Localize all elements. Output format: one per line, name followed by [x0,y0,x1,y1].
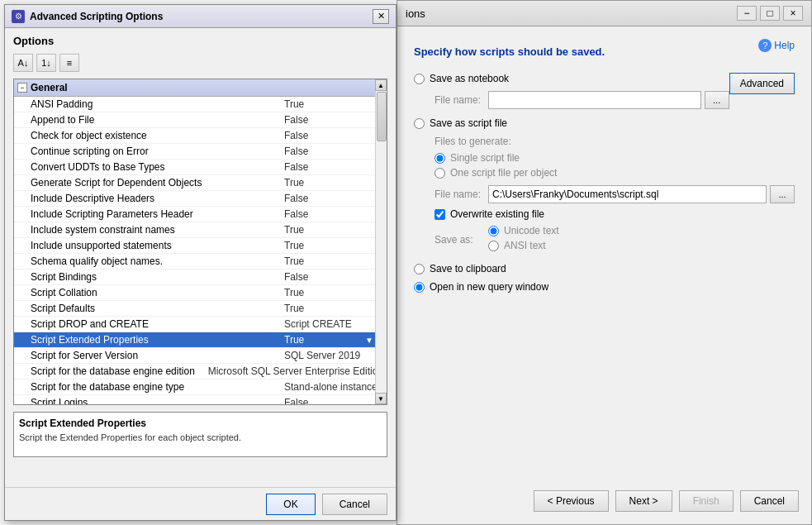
single-script-radio-row: Single script file [434,152,795,164]
open-query-radio[interactable] [414,282,425,293]
main-panel-title-text: ions [406,7,425,20]
tree-row[interactable]: Script Bindings False [14,270,387,285]
section-title: Specify how scripts should be saved. [414,45,795,58]
files-to-generate-label: Files to generate: [434,136,795,147]
dialog-close-btn[interactable]: ✕ [373,9,389,24]
tree-row[interactable]: Script Collation True [14,285,387,301]
script-options-indented: Files to generate: Single script file On… [434,136,795,179]
sort-alpha-icon: A↓ [18,58,29,68]
script-browse-btn[interactable]: ... [770,185,795,203]
save-script-radio[interactable] [414,118,425,129]
notebook-browse-btn[interactable]: ... [705,91,729,109]
description-text: Script the Extended Properties for each … [19,432,382,442]
tree-row[interactable]: Script for the database engine type Stan… [14,379,387,395]
save-as-script-option: Save as script file Files to generate: S… [414,117,795,255]
save-clipboard-radio[interactable] [414,264,425,274]
bottom-buttons: < Previous Next > Finish Cancel [534,490,799,512]
collapse-btn[interactable]: − [17,83,27,93]
notebook-filename-input[interactable] [488,91,701,109]
tree-row[interactable]: Convert UDDTs to Base Types False [14,160,387,175]
dialog-icon: ⚙ [12,10,25,23]
overwrite-checkbox[interactable] [434,209,445,220]
save-as-label: Save as: [434,234,488,246]
tree-row[interactable]: ANSI Padding True [14,97,387,112]
advanced-button[interactable]: Advanced [729,73,795,94]
tree-row[interactable]: Script for Server Version SQL Server 201… [14,348,387,364]
ansi-label: ANSI text [504,240,546,251]
ansi-radio[interactable] [488,241,499,251]
tree-row[interactable]: Include system constraint names True [14,222,387,238]
help-link[interactable]: ? Help [758,39,795,52]
unicode-radio-row: Unicode text [488,225,559,236]
main-panel: ions − □ × ? Help Specify how scripts sh… [397,0,812,525]
notebook-filename-label: File name: [434,94,488,106]
sort-alpha-btn[interactable]: A↓ [13,54,33,72]
tree-row[interactable]: Script Defaults True [14,301,387,317]
tree-row[interactable]: Check for object existence False [14,128,387,144]
help-label: Help [774,40,795,51]
dialog-icon-text: ⚙ [15,12,22,21]
one-script-per-radio-row: One script file per object [434,167,795,179]
save-script-label: Save as script file [430,117,507,129]
tree-row[interactable]: Continue scripting on Error False [14,144,387,160]
tree-row[interactable]: Include Descriptive Headers False [14,191,387,207]
main-panel-body: ? Help Specify how scripts should be sav… [397,26,811,312]
tree-row[interactable]: Script for the database engine edition M… [14,364,387,379]
list-view-btn[interactable]: ≡ [59,54,79,72]
dialog-title-left: ⚙ Advanced Scripting Options [12,10,163,23]
sort-order-btn[interactable]: 1↓ [36,54,56,72]
save-notebook-radio[interactable] [414,74,425,84]
ok-button[interactable]: OK [266,494,315,515]
next-button[interactable]: Next > [615,490,672,512]
tree-row[interactable]: Script Logins False [14,395,387,405]
help-icon: ? [758,39,772,52]
single-script-label: Single script file [450,152,520,164]
tree-row-selected[interactable]: Script Extended Properties True ▼ [14,332,387,348]
finish-button[interactable]: Finish [679,490,734,512]
cancel-button[interactable]: Cancel [322,494,387,515]
dialog-body: Options A↓ 1↓ ≡ − General [5,28,396,469]
script-filename-row: File name: ... [434,185,795,203]
sort-order-icon: 1↓ [41,58,51,68]
save-as-section: Save as: Unicode text ANSI text [434,225,795,255]
scrollbar-thumb[interactable] [377,92,387,141]
tree-container: − General ANSI Padding True Append to Fi… [13,79,387,405]
options-label: Options [13,35,387,47]
open-query-label: Open in new query window [430,281,548,293]
dialog-footer: OK Cancel [5,487,396,520]
tree-row[interactable]: Append to File False [14,112,387,128]
tree-row[interactable]: Script DROP and CREATE Script CREATE [14,317,387,332]
save-clipboard-label: Save to clipboard [430,263,506,274]
background-window: ions − □ × ? Help Specify how scripts sh… [0,0,812,525]
overwrite-checkbox-row: Overwrite existing file [434,208,795,220]
tree-row[interactable]: Include unsupported statements True [14,238,387,254]
save-clipboard-radio-row: Save to clipboard [414,263,795,274]
tree-row[interactable]: Generate Script for Dependent Objects Tr… [14,175,387,191]
one-script-per-label: One script file per object [450,167,557,179]
dialog-title: ⚙ Advanced Scripting Options ✕ [5,5,396,28]
notebook-filename-row: File name: ... [434,91,729,109]
scroll-down-btn[interactable]: ▼ [375,393,387,404]
main-panel-title: ions − □ × [397,1,811,26]
open-query-radio-row: Open in new query window [414,281,795,293]
one-script-per-radio[interactable] [434,168,445,179]
dialog-title-text: Advanced Scripting Options [30,11,163,22]
dialog: ⚙ Advanced Scripting Options ✕ Options A… [4,4,397,521]
general-section-label: General [31,82,68,93]
close-btn-main[interactable]: × [783,6,803,21]
minimize-btn[interactable]: − [737,6,757,21]
tree-row[interactable]: Schema qualify object names. True [14,254,387,270]
script-filename-input[interactable] [488,185,767,203]
single-script-radio[interactable] [434,153,445,164]
scrollbar-track[interactable]: ▲ ▼ [375,79,387,404]
scroll-up-btn[interactable]: ▲ [375,79,387,91]
description-title: Script Extended Properties [19,418,382,429]
general-section-header[interactable]: − General [14,79,387,97]
main-cancel-button[interactable]: Cancel [740,490,799,512]
unicode-radio[interactable] [488,226,499,236]
save-notebook-label: Save as notebook [430,73,509,84]
unicode-label: Unicode text [504,225,559,236]
maximize-btn[interactable]: □ [760,6,780,21]
previous-button[interactable]: < Previous [534,490,609,512]
tree-row[interactable]: Include Scripting Parameters Header Fals… [14,207,387,222]
